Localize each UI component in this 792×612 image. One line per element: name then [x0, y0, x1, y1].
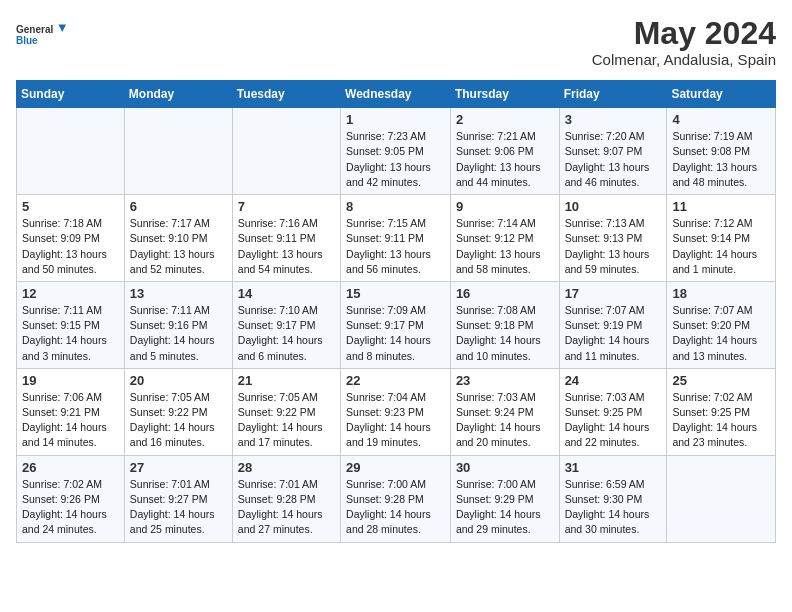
day-info: Sunrise: 7:07 AM Sunset: 9:20 PM Dayligh… [672, 303, 770, 364]
day-number: 7 [238, 199, 335, 214]
calendar-cell: 15Sunrise: 7:09 AM Sunset: 9:17 PM Dayli… [341, 281, 451, 368]
day-info: Sunrise: 7:01 AM Sunset: 9:28 PM Dayligh… [238, 477, 335, 538]
day-number: 22 [346, 373, 445, 388]
day-info: Sunrise: 7:16 AM Sunset: 9:11 PM Dayligh… [238, 216, 335, 277]
day-number: 9 [456, 199, 554, 214]
week-row-1: 1Sunrise: 7:23 AM Sunset: 9:05 PM Daylig… [17, 108, 776, 195]
day-info: Sunrise: 7:18 AM Sunset: 9:09 PM Dayligh… [22, 216, 119, 277]
logo: General Blue [16, 16, 66, 56]
day-info: Sunrise: 7:11 AM Sunset: 9:15 PM Dayligh… [22, 303, 119, 364]
calendar-cell: 16Sunrise: 7:08 AM Sunset: 9:18 PM Dayli… [450, 281, 559, 368]
day-info: Sunrise: 6:59 AM Sunset: 9:30 PM Dayligh… [565, 477, 662, 538]
day-number: 6 [130, 199, 227, 214]
day-info: Sunrise: 7:01 AM Sunset: 9:27 PM Dayligh… [130, 477, 227, 538]
month-title: May 2024 [592, 16, 776, 51]
weekday-header-saturday: Saturday [667, 81, 776, 108]
calendar-cell: 24Sunrise: 7:03 AM Sunset: 9:25 PM Dayli… [559, 368, 667, 455]
day-info: Sunrise: 7:07 AM Sunset: 9:19 PM Dayligh… [565, 303, 662, 364]
day-number: 12 [22, 286, 119, 301]
day-info: Sunrise: 7:08 AM Sunset: 9:18 PM Dayligh… [456, 303, 554, 364]
day-info: Sunrise: 7:23 AM Sunset: 9:05 PM Dayligh… [346, 129, 445, 190]
day-number: 17 [565, 286, 662, 301]
day-number: 8 [346, 199, 445, 214]
calendar-cell [124, 108, 232, 195]
calendar-cell [232, 108, 340, 195]
calendar-cell: 19Sunrise: 7:06 AM Sunset: 9:21 PM Dayli… [17, 368, 125, 455]
day-number: 29 [346, 460, 445, 475]
weekday-header-monday: Monday [124, 81, 232, 108]
calendar-cell [667, 455, 776, 542]
svg-text:General: General [16, 24, 53, 35]
day-info: Sunrise: 7:05 AM Sunset: 9:22 PM Dayligh… [130, 390, 227, 451]
day-info: Sunrise: 7:10 AM Sunset: 9:17 PM Dayligh… [238, 303, 335, 364]
day-number: 14 [238, 286, 335, 301]
calendar-cell: 21Sunrise: 7:05 AM Sunset: 9:22 PM Dayli… [232, 368, 340, 455]
day-info: Sunrise: 7:13 AM Sunset: 9:13 PM Dayligh… [565, 216, 662, 277]
calendar-cell: 26Sunrise: 7:02 AM Sunset: 9:26 PM Dayli… [17, 455, 125, 542]
logo-svg: General Blue [16, 16, 66, 56]
day-number: 10 [565, 199, 662, 214]
day-info: Sunrise: 7:20 AM Sunset: 9:07 PM Dayligh… [565, 129, 662, 190]
weekday-header-tuesday: Tuesday [232, 81, 340, 108]
calendar-cell: 20Sunrise: 7:05 AM Sunset: 9:22 PM Dayli… [124, 368, 232, 455]
day-info: Sunrise: 7:15 AM Sunset: 9:11 PM Dayligh… [346, 216, 445, 277]
day-info: Sunrise: 7:05 AM Sunset: 9:22 PM Dayligh… [238, 390, 335, 451]
week-row-3: 12Sunrise: 7:11 AM Sunset: 9:15 PM Dayli… [17, 281, 776, 368]
title-block: May 2024 Colmenar, Andalusia, Spain [592, 16, 776, 68]
calendar-cell: 7Sunrise: 7:16 AM Sunset: 9:11 PM Daylig… [232, 195, 340, 282]
calendar-cell: 22Sunrise: 7:04 AM Sunset: 9:23 PM Dayli… [341, 368, 451, 455]
day-number: 21 [238, 373, 335, 388]
day-number: 27 [130, 460, 227, 475]
day-number: 26 [22, 460, 119, 475]
calendar-table: SundayMondayTuesdayWednesdayThursdayFrid… [16, 80, 776, 542]
calendar-cell: 31Sunrise: 6:59 AM Sunset: 9:30 PM Dayli… [559, 455, 667, 542]
day-info: Sunrise: 7:21 AM Sunset: 9:06 PM Dayligh… [456, 129, 554, 190]
day-number: 13 [130, 286, 227, 301]
day-info: Sunrise: 7:09 AM Sunset: 9:17 PM Dayligh… [346, 303, 445, 364]
weekday-header-wednesday: Wednesday [341, 81, 451, 108]
calendar-cell: 3Sunrise: 7:20 AM Sunset: 9:07 PM Daylig… [559, 108, 667, 195]
day-number: 16 [456, 286, 554, 301]
day-number: 4 [672, 112, 770, 127]
svg-marker-2 [59, 24, 67, 32]
day-number: 2 [456, 112, 554, 127]
calendar-cell [17, 108, 125, 195]
location-title: Colmenar, Andalusia, Spain [592, 51, 776, 68]
calendar-cell: 29Sunrise: 7:00 AM Sunset: 9:28 PM Dayli… [341, 455, 451, 542]
day-number: 11 [672, 199, 770, 214]
calendar-cell: 6Sunrise: 7:17 AM Sunset: 9:10 PM Daylig… [124, 195, 232, 282]
page-header: General Blue May 2024 Colmenar, Andalusi… [16, 16, 776, 68]
calendar-cell: 10Sunrise: 7:13 AM Sunset: 9:13 PM Dayli… [559, 195, 667, 282]
weekday-header-friday: Friday [559, 81, 667, 108]
day-number: 30 [456, 460, 554, 475]
weekday-header-thursday: Thursday [450, 81, 559, 108]
calendar-cell: 25Sunrise: 7:02 AM Sunset: 9:25 PM Dayli… [667, 368, 776, 455]
calendar-cell: 4Sunrise: 7:19 AM Sunset: 9:08 PM Daylig… [667, 108, 776, 195]
day-number: 19 [22, 373, 119, 388]
day-info: Sunrise: 7:06 AM Sunset: 9:21 PM Dayligh… [22, 390, 119, 451]
calendar-cell: 8Sunrise: 7:15 AM Sunset: 9:11 PM Daylig… [341, 195, 451, 282]
calendar-cell: 28Sunrise: 7:01 AM Sunset: 9:28 PM Dayli… [232, 455, 340, 542]
calendar-cell: 13Sunrise: 7:11 AM Sunset: 9:16 PM Dayli… [124, 281, 232, 368]
day-number: 3 [565, 112, 662, 127]
day-number: 28 [238, 460, 335, 475]
day-info: Sunrise: 7:00 AM Sunset: 9:29 PM Dayligh… [456, 477, 554, 538]
day-number: 25 [672, 373, 770, 388]
calendar-cell: 5Sunrise: 7:18 AM Sunset: 9:09 PM Daylig… [17, 195, 125, 282]
week-row-4: 19Sunrise: 7:06 AM Sunset: 9:21 PM Dayli… [17, 368, 776, 455]
day-info: Sunrise: 7:03 AM Sunset: 9:24 PM Dayligh… [456, 390, 554, 451]
day-info: Sunrise: 7:12 AM Sunset: 9:14 PM Dayligh… [672, 216, 770, 277]
day-info: Sunrise: 7:00 AM Sunset: 9:28 PM Dayligh… [346, 477, 445, 538]
day-number: 31 [565, 460, 662, 475]
day-info: Sunrise: 7:02 AM Sunset: 9:25 PM Dayligh… [672, 390, 770, 451]
svg-text:Blue: Blue [16, 35, 38, 46]
weekday-header-sunday: Sunday [17, 81, 125, 108]
day-number: 20 [130, 373, 227, 388]
day-number: 5 [22, 199, 119, 214]
calendar-cell: 27Sunrise: 7:01 AM Sunset: 9:27 PM Dayli… [124, 455, 232, 542]
calendar-cell: 11Sunrise: 7:12 AM Sunset: 9:14 PM Dayli… [667, 195, 776, 282]
calendar-cell: 23Sunrise: 7:03 AM Sunset: 9:24 PM Dayli… [450, 368, 559, 455]
week-row-2: 5Sunrise: 7:18 AM Sunset: 9:09 PM Daylig… [17, 195, 776, 282]
calendar-cell: 9Sunrise: 7:14 AM Sunset: 9:12 PM Daylig… [450, 195, 559, 282]
calendar-cell: 18Sunrise: 7:07 AM Sunset: 9:20 PM Dayli… [667, 281, 776, 368]
